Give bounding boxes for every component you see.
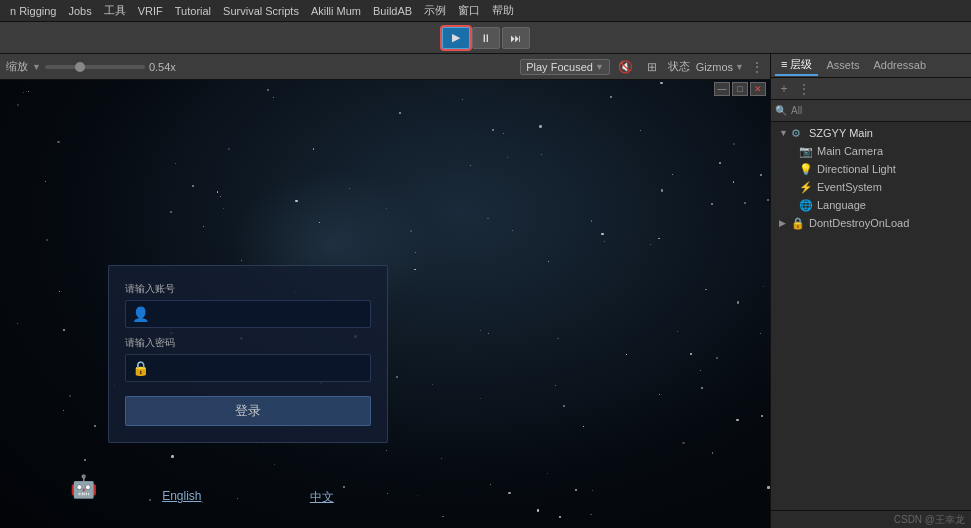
camera-label: Main Camera: [817, 145, 883, 157]
minimize-button[interactable]: —: [714, 82, 730, 96]
hierarchy-root[interactable]: ▼ ⚙ SZGYY Main: [771, 124, 971, 142]
pause-button[interactable]: ⏸: [472, 27, 500, 49]
close-button[interactable]: ✕: [750, 82, 766, 96]
login-button[interactable]: 登录: [125, 396, 371, 426]
robot-mascot: 🤖: [70, 474, 97, 500]
hierarchy-item-eventsystem[interactable]: ⚡ EventSystem: [771, 178, 971, 196]
menu-bar: n Rigging Jobs 工具 VRIF Tutorial Survival…: [0, 0, 971, 22]
language-label: Language: [817, 199, 866, 211]
menu-akilli[interactable]: Akilli Mum: [305, 3, 367, 19]
play-button[interactable]: ▶: [442, 27, 470, 49]
menu-help[interactable]: 帮助: [486, 1, 520, 20]
camera-icon: 📷: [799, 145, 815, 158]
play-focused-label: Play Focused: [526, 61, 593, 73]
language-row: English 中文: [108, 489, 388, 506]
light-label: Directional Light: [817, 163, 896, 175]
chinese-button[interactable]: 中文: [310, 489, 334, 506]
expand-arrow-2: ▶: [779, 218, 791, 228]
scene-icon: ⚙: [791, 127, 807, 140]
scene-toolbar-right: Play Focused ▼ 🔇 ⊞ 状态 Gizmos ▼ ⋮: [520, 58, 764, 76]
hierarchy-item-light[interactable]: 💡 Directional Light: [771, 160, 971, 178]
menu-jobs[interactable]: Jobs: [62, 3, 97, 19]
main-toolbar: ▶ ⏸ ⏭: [0, 22, 971, 54]
username-input[interactable]: 👤: [125, 300, 371, 328]
password-icon: 🔒: [132, 360, 149, 376]
zoom-dropdown-icon: ▼: [32, 62, 41, 72]
tab-assets[interactable]: Assets: [820, 57, 865, 75]
zoom-control: 缩放 ▼ 0.54x: [6, 59, 176, 74]
menu-rigging[interactable]: n Rigging: [4, 3, 62, 19]
gizmos-button[interactable]: Gizmos ▼: [696, 61, 744, 73]
more-options-icon[interactable]: ⋮: [750, 59, 764, 75]
gizmos-label: Gizmos: [696, 61, 733, 73]
zoom-value: 0.54x: [149, 61, 176, 73]
hierarchy-search: 🔍 All: [771, 100, 971, 122]
menu-buildab[interactable]: BuildAB: [367, 3, 418, 19]
tab-addressables[interactable]: Addressab: [868, 57, 933, 75]
search-icon: 🔍: [775, 105, 787, 116]
password-label: 请输入密码: [125, 336, 371, 350]
language-icon: 🌐: [799, 199, 815, 212]
maximize-button[interactable]: □: [732, 82, 748, 96]
hierarchy-tab-bar: ≡ 层级 Assets Addressab: [771, 54, 971, 78]
menu-examples[interactable]: 示例: [418, 1, 452, 20]
dontdestroy-label: DontDestroyOnLoad: [809, 217, 909, 229]
tab-hierarchy[interactable]: ≡ 层级: [775, 55, 818, 76]
status-button[interactable]: 状态: [668, 59, 690, 74]
menu-survival[interactable]: Survival Scripts: [217, 3, 305, 19]
credit-text: CSDN @王幸龙: [894, 513, 965, 527]
hierarchy-item-language[interactable]: 🌐 Language: [771, 196, 971, 214]
hierarchy-item-dontdestroy[interactable]: ▶ 🔒 DontDestroyOnLoad: [771, 214, 971, 232]
game-view: — □ ✕ 请输入账号 👤 请输入密码 🔒: [0, 80, 770, 528]
root-label: SZGYY Main: [809, 127, 873, 139]
bottom-status-bar: CSDN @王幸龙: [771, 510, 971, 528]
hierarchy-add-button[interactable]: +: [775, 81, 793, 97]
menu-vrif[interactable]: VRIF: [132, 3, 169, 19]
hierarchy-panel: ≡ 层级 Assets Addressab + ⋮ 🔍 All ▼ ⚙ SZGY…: [771, 54, 971, 528]
login-button-label: 登录: [235, 402, 261, 420]
scene-toolbar: 缩放 ▼ 0.54x Play Focused ▼ 🔇 ⊞ 状态 Gizmos …: [0, 54, 770, 80]
login-panel: 请输入账号 👤 请输入密码 🔒 登录: [108, 265, 388, 443]
step-button[interactable]: ⏭: [502, 27, 530, 49]
eventsystem-icon: ⚡: [799, 181, 815, 194]
main-layout: 缩放 ▼ 0.54x Play Focused ▼ 🔇 ⊞ 状态 Gizmos …: [0, 54, 971, 528]
username-icon: 👤: [132, 306, 149, 322]
english-button[interactable]: English: [162, 489, 201, 506]
dontdestroy-icon: 🔒: [791, 217, 807, 230]
eventsystem-label: EventSystem: [817, 181, 882, 193]
zoom-thumb: [75, 62, 85, 72]
play-focused-chevron: ▼: [595, 62, 604, 72]
grid-button[interactable]: ⊞: [642, 58, 662, 76]
hierarchy-list: ▼ ⚙ SZGYY Main 📷 Main Camera 💡 Direction…: [771, 122, 971, 528]
scene-panel: 缩放 ▼ 0.54x Play Focused ▼ 🔇 ⊞ 状态 Gizmos …: [0, 54, 771, 528]
gizmos-chevron: ▼: [735, 62, 744, 72]
search-input[interactable]: All: [791, 105, 967, 116]
zoom-label: 缩放: [6, 59, 28, 74]
mute-button[interactable]: 🔇: [616, 58, 636, 76]
zoom-slider[interactable]: [45, 65, 145, 69]
menu-tools[interactable]: 工具: [98, 1, 132, 20]
hierarchy-more-button[interactable]: ⋮: [795, 81, 813, 97]
menu-tutorial[interactable]: Tutorial: [169, 3, 217, 19]
hierarchy-item-camera[interactable]: 📷 Main Camera: [771, 142, 971, 160]
light-icon: 💡: [799, 163, 815, 176]
play-focused-button[interactable]: Play Focused ▼: [520, 59, 610, 75]
password-input[interactable]: 🔒: [125, 354, 371, 382]
hierarchy-toolbar: + ⋮: [771, 78, 971, 100]
menu-window[interactable]: 窗口: [452, 1, 486, 20]
username-label: 请输入账号: [125, 282, 371, 296]
expand-arrow: ▼: [779, 128, 791, 138]
window-titlebar: — □ ✕: [714, 80, 770, 98]
